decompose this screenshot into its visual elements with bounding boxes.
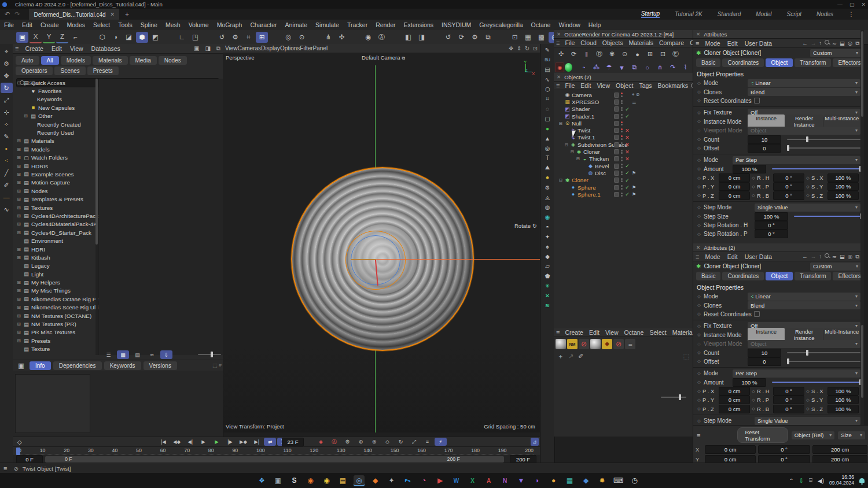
target-icon[interactable]: ◎ (848, 40, 852, 47)
octane-menu-item[interactable]: Cloud (578, 39, 599, 46)
asset-menu-item[interactable]: Databases (87, 45, 124, 52)
xp-spline-icon[interactable]: ✕ (542, 291, 554, 300)
cube-view-icon[interactable]: ◧ (402, 32, 414, 43)
rotation-field[interactable]: 0 ° (773, 173, 804, 182)
objects-menu-item[interactable]: Edit (578, 82, 594, 89)
octane-material[interactable]: ✹ (602, 339, 612, 349)
menu-item[interactable]: Create (36, 21, 63, 28)
asset-tree-item[interactable]: Legacy (13, 262, 98, 270)
start-button[interactable]: ❖ (256, 475, 267, 486)
timeline-ruler[interactable]: 0102030405060708090100110120130140150160… (13, 446, 540, 456)
info-tab[interactable]: Dependencies (53, 361, 102, 370)
step-size-slider[interactable] (794, 216, 860, 217)
oil-strip-icon[interactable]: ◉ (542, 212, 554, 221)
layout-tab[interactable]: Tutorial 2K (675, 11, 703, 17)
expander-icon[interactable]: ⊞ (16, 321, 21, 327)
expander-icon[interactable]: ⊞ (16, 172, 21, 177)
materials-menu-item[interactable]: Create (562, 329, 586, 336)
layer-toggle-icon[interactable] (614, 99, 619, 105)
rotation-field[interactable]: 0 ° (773, 191, 804, 200)
circle-strip-icon[interactable]: ◌ (542, 104, 554, 113)
render-external-icon[interactable]: ⧉ (482, 32, 494, 43)
reset-coordinates-checkbox[interactable] (754, 98, 760, 103)
app-onenote[interactable]: N (499, 475, 510, 486)
app-uevr[interactable]: ▦ (564, 475, 575, 486)
attribute-tab[interactable]: Basic (696, 58, 720, 67)
menu-item[interactable]: MoGraph (213, 21, 247, 28)
app-excel[interactable]: X (467, 475, 478, 486)
tool-settings-icon[interactable]: ✣ (336, 32, 348, 43)
layer-toggle-icon[interactable] (614, 149, 619, 154)
focus-pick-icon[interactable]: Ⓔ (670, 49, 682, 60)
expander-icon[interactable]: ⊞ (16, 188, 21, 194)
pen-tool[interactable]: ✐ (1, 180, 13, 190)
camera-disabled-material[interactable]: ⊘ (579, 339, 589, 349)
loop-button[interactable]: ⇄ (264, 438, 276, 446)
object-row[interactable]: ◆ Bevel ✓ (554, 162, 693, 169)
key-rotation-button[interactable]: ↻ (395, 438, 407, 446)
preset-dropdown[interactable]: Custom▾ (810, 49, 861, 57)
expander-icon[interactable]: ⊟ (564, 142, 569, 147)
expander-icon[interactable]: ⊞ (16, 338, 21, 343)
zoom-view-icon[interactable]: ⇕ (517, 45, 521, 51)
tray-volume-icon[interactable]: ◀) (818, 478, 824, 484)
layout-tab[interactable]: Nodes (816, 11, 833, 17)
menu-item[interactable]: Window (554, 21, 584, 28)
gap[interactable] (495, 32, 507, 43)
render-settings-icon[interactable]: ▩ (535, 32, 547, 43)
xp-emitter-icon[interactable]: ✳ (542, 281, 554, 290)
app-blender[interactable]: ◆ (370, 475, 381, 486)
next-key-button[interactable]: ▶◆ (237, 438, 249, 446)
asset-tree-item[interactable]: Texture (13, 345, 98, 353)
asset-tree-item[interactable]: ⊞ Templates & Presets (13, 195, 98, 203)
asset-tree-item[interactable]: ⊞ Cycles4D_Starter_Pack (13, 228, 98, 236)
gap[interactable] (269, 32, 281, 43)
visibility-dots[interactable] (621, 178, 623, 183)
position-field[interactable]: 0 cm (719, 395, 750, 404)
menu-item[interactable]: Extensions (400, 21, 437, 28)
visibility-dots[interactable] (621, 114, 623, 119)
lock-icon[interactable]: ⬓ (840, 40, 845, 47)
detail-view-icon[interactable]: ▤ (131, 350, 144, 359)
scatter-tool[interactable]: ⁘ (1, 119, 13, 130)
octane-camera-icon[interactable]: ◉ (555, 62, 564, 72)
pan-view-icon[interactable]: ✥ (509, 45, 513, 51)
asset-filter-tab[interactable]: Scenes (54, 66, 85, 75)
object-row[interactable]: ⊟ ✱ Cloner ✕ (554, 148, 693, 155)
asset-tree-item[interactable]: ⊞ NM Textures (OCTANE) (13, 312, 98, 320)
expander-icon[interactable]: ⊞ (16, 313, 21, 319)
asset-filter-tab[interactable]: Auto (16, 56, 39, 65)
gap[interactable] (429, 32, 441, 43)
menu-item[interactable]: Modes (63, 21, 90, 28)
dots-tool[interactable]: ⁖ (1, 156, 13, 166)
enable-state-icon[interactable]: ✓ (624, 184, 630, 190)
scale-field[interactable]: 100 % (827, 182, 859, 191)
object-tags[interactable]: ⌖ ⊘ (632, 92, 639, 98)
scale-field[interactable]: 100 % (827, 395, 859, 404)
grid-strip-icon[interactable]: ⌗ (542, 94, 554, 103)
expander-icon[interactable]: ⊞ (16, 255, 21, 260)
asset-tree-item[interactable]: ⊞ NM Textures (PR) (13, 320, 98, 328)
eyedropper-icon[interactable]: ✐ (578, 353, 583, 360)
object-tags[interactable]: ⚑ (632, 185, 636, 190)
enable-state-icon[interactable]: ✓ (624, 113, 630, 119)
tree-strip-icon[interactable]: ♠ (542, 242, 554, 251)
mode-dropdown[interactable]: ⁖ Linear▾ (748, 79, 860, 87)
viewport-menu-item[interactable]: View (225, 45, 238, 51)
app-word[interactable]: W (451, 475, 462, 486)
scale-field[interactable]: 100 % (827, 173, 859, 182)
asset-tree-item[interactable]: ⊞ HDRI (13, 245, 98, 253)
materials-menu-item[interactable]: Edit (586, 329, 602, 336)
expander-icon[interactable]: ⊞ (16, 213, 21, 219)
promote-icon[interactable]: ↗ (568, 353, 573, 360)
reset-transform-button[interactable]: Reset Transform (737, 427, 788, 443)
menu-item[interactable]: Volume (185, 21, 213, 28)
count-field[interactable]: 10 (748, 135, 781, 144)
move-tool[interactable]: ✥ (1, 71, 13, 81)
expander-icon[interactable]: ⊞ (16, 221, 21, 227)
workplane-mode-icon[interactable]: ▣ (16, 32, 28, 43)
texture-mode-icon[interactable]: ◳ (189, 32, 201, 43)
object-row[interactable]: ⊟ ◒ Thicken ✕ (554, 156, 693, 162)
rotation-field[interactable]: 0 ° (758, 445, 810, 454)
object-mode-icon[interactable]: ◩ (149, 32, 161, 43)
